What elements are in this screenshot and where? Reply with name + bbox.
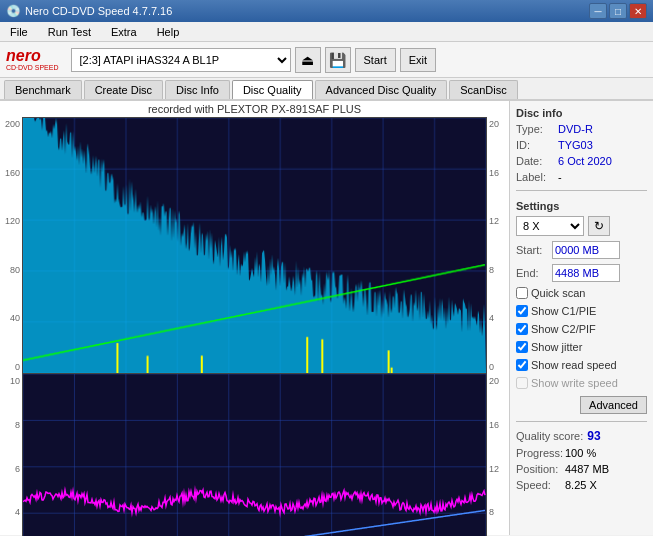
maximize-button[interactable]: □ xyxy=(609,3,627,19)
quality-score-value: 93 xyxy=(587,429,600,443)
upper-left-label-3: 80 xyxy=(2,265,20,275)
disc-info-title: Disc info xyxy=(516,107,647,119)
nero-logo: nero CD·DVD SPEED xyxy=(6,48,59,71)
id-label: ID: xyxy=(516,139,554,151)
lower-right-label-3: 8 xyxy=(489,507,507,517)
lower-right-label-2: 12 xyxy=(489,464,507,474)
upper-right-label-5: 0 xyxy=(489,362,507,372)
upper-left-label-0: 200 xyxy=(2,119,20,129)
speed-label: Speed: xyxy=(516,479,561,491)
progress-label: Progress: xyxy=(516,447,561,459)
start-label: Start: xyxy=(516,244,548,256)
upper-right-label-1: 16 xyxy=(489,168,507,178)
app-title: Nero CD-DVD Speed 4.7.7.16 xyxy=(25,5,172,17)
window-controls[interactable]: ─ □ ✕ xyxy=(589,3,647,19)
show-c1-pie-checkbox[interactable] xyxy=(516,305,528,317)
lower-left-label-0: 10 xyxy=(2,376,20,386)
show-write-speed-label: Show write speed xyxy=(531,377,618,389)
eject-button[interactable]: ⏏ xyxy=(295,47,321,73)
show-write-speed-checkbox[interactable] xyxy=(516,377,528,389)
position-value: 4487 MB xyxy=(565,463,609,475)
app-icon: 💿 xyxy=(6,4,21,18)
end-label: End: xyxy=(516,267,548,279)
speed-value: 8.25 X xyxy=(565,479,597,491)
tab-scan-disc[interactable]: ScanDisc xyxy=(449,80,517,99)
quick-scan-checkbox[interactable] xyxy=(516,287,528,299)
upper-right-label-4: 4 xyxy=(489,313,507,323)
show-c2-pif-label: Show C2/PIF xyxy=(531,323,596,335)
chart-area: recorded with PLEXTOR PX-891SAF PLUS 200… xyxy=(0,101,509,535)
tab-create-disc[interactable]: Create Disc xyxy=(84,80,163,99)
minimize-button[interactable]: ─ xyxy=(589,3,607,19)
upper-left-label-1: 160 xyxy=(2,168,20,178)
upper-left-label-5: 0 xyxy=(2,362,20,372)
settings-title: Settings xyxy=(516,200,647,212)
title-bar: 💿 Nero CD-DVD Speed 4.7.7.16 ─ □ ✕ xyxy=(0,0,653,22)
show-c1-pie-label: Show C1/PIE xyxy=(531,305,596,317)
lower-right-label-1: 16 xyxy=(489,420,507,430)
chart-title: recorded with PLEXTOR PX-891SAF PLUS xyxy=(2,103,507,115)
disc-label-value: - xyxy=(558,171,562,183)
close-button[interactable]: ✕ xyxy=(629,3,647,19)
start-input[interactable] xyxy=(552,241,620,259)
lower-left-label-1: 8 xyxy=(2,420,20,430)
tab-disc-info[interactable]: Disc Info xyxy=(165,80,230,99)
tab-bar: Benchmark Create Disc Disc Info Disc Qua… xyxy=(0,78,653,101)
lower-right-label-0: 20 xyxy=(489,376,507,386)
exit-button[interactable]: Exit xyxy=(400,48,436,72)
show-read-speed-label: Show read speed xyxy=(531,359,617,371)
toolbar: nero CD·DVD SPEED [2:3] ATAPI iHAS324 A … xyxy=(0,42,653,78)
show-c2-pif-checkbox[interactable] xyxy=(516,323,528,335)
upper-left-label-2: 120 xyxy=(2,216,20,226)
type-value: DVD-R xyxy=(558,123,593,135)
menu-run-test[interactable]: Run Test xyxy=(42,25,97,39)
lower-chart-canvas xyxy=(22,374,487,536)
date-label: Date: xyxy=(516,155,554,167)
upper-right-label-0: 20 xyxy=(489,119,507,129)
menu-help[interactable]: Help xyxy=(151,25,186,39)
disc-label-label: Label: xyxy=(516,171,554,183)
quick-scan-label: Quick scan xyxy=(531,287,585,299)
show-jitter-checkbox[interactable] xyxy=(516,341,528,353)
upper-right-label-2: 12 xyxy=(489,216,507,226)
drive-select[interactable]: [2:3] ATAPI iHAS324 A BL1P xyxy=(71,48,291,72)
tab-advanced-disc-quality[interactable]: Advanced Disc Quality xyxy=(315,80,448,99)
quality-score-label: Quality score: xyxy=(516,430,583,442)
lower-left-label-3: 4 xyxy=(2,507,20,517)
save-button[interactable]: 💾 xyxy=(325,47,351,73)
menu-bar: File Run Test Extra Help xyxy=(0,22,653,42)
upper-chart-canvas xyxy=(22,117,487,374)
lower-left-label-2: 6 xyxy=(2,464,20,474)
main-content: recorded with PLEXTOR PX-891SAF PLUS 200… xyxy=(0,101,653,535)
id-value: TYG03 xyxy=(558,139,593,151)
upper-left-label-4: 40 xyxy=(2,313,20,323)
refresh-icon[interactable]: ↻ xyxy=(588,216,610,236)
tab-disc-quality[interactable]: Disc Quality xyxy=(232,80,313,99)
show-read-speed-checkbox[interactable] xyxy=(516,359,528,371)
type-label: Type: xyxy=(516,123,554,135)
position-label: Position: xyxy=(516,463,561,475)
upper-right-label-3: 8 xyxy=(489,265,507,275)
show-jitter-label: Show jitter xyxy=(531,341,582,353)
speed-select[interactable]: 8 X xyxy=(516,216,584,236)
menu-file[interactable]: File xyxy=(4,25,34,39)
tab-benchmark[interactable]: Benchmark xyxy=(4,80,82,99)
advanced-button[interactable]: Advanced xyxy=(580,396,647,414)
menu-extra[interactable]: Extra xyxy=(105,25,143,39)
start-button[interactable]: Start xyxy=(355,48,396,72)
progress-value: 100 % xyxy=(565,447,596,459)
end-input[interactable] xyxy=(552,264,620,282)
info-panel: Disc info Type: DVD-R ID: TYG03 Date: 6 … xyxy=(509,101,653,535)
date-value: 6 Oct 2020 xyxy=(558,155,612,167)
